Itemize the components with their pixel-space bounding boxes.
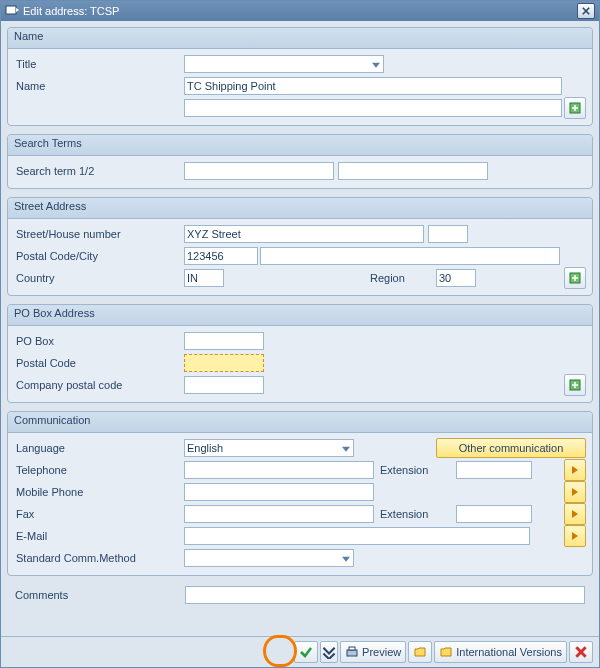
search-terms-group: Search Terms Search term 1/2: [7, 134, 593, 189]
country-label: Country: [14, 272, 184, 284]
city-input[interactable]: [260, 247, 560, 265]
title-label: Title: [14, 58, 184, 70]
std-comm-select[interactable]: [184, 549, 354, 567]
company-postal-input[interactable]: [184, 376, 264, 394]
preview-button[interactable]: Preview: [340, 641, 406, 663]
search-term1-input[interactable]: [184, 162, 334, 180]
street-input[interactable]: [184, 225, 424, 243]
svg-rect-4: [347, 650, 357, 656]
communication-header: Communication: [8, 412, 592, 433]
telephone-more-button[interactable]: [564, 459, 586, 481]
street-more-button[interactable]: [564, 267, 586, 289]
international-versions-button[interactable]: International Versions: [434, 641, 567, 663]
dialog-content: Name Title Name: [1, 21, 599, 636]
email-input[interactable]: [184, 527, 530, 545]
intl-versions-label: International Versions: [456, 646, 562, 658]
comments-input[interactable]: [185, 586, 585, 604]
name-group-header: Name: [8, 28, 592, 49]
fax-label: Fax: [14, 508, 184, 520]
fax-more-button[interactable]: [564, 503, 586, 525]
window-icon: [5, 4, 19, 18]
other-communication-button[interactable]: Other communication: [436, 438, 586, 458]
name-input[interactable]: [184, 77, 562, 95]
fax-input[interactable]: [184, 505, 374, 523]
tel-extension-input[interactable]: [456, 461, 532, 479]
postal-code-input[interactable]: [184, 247, 258, 265]
telephone-input[interactable]: [184, 461, 374, 479]
po-box-label: PO Box: [14, 335, 184, 347]
comments-row: Comments: [7, 584, 593, 606]
fax-extension-input[interactable]: [456, 505, 532, 523]
svg-rect-5: [349, 647, 355, 650]
fax-extension-label: Extension: [374, 508, 456, 520]
region-input[interactable]: [436, 269, 476, 287]
svg-rect-0: [6, 6, 16, 14]
telephone-label: Telephone: [14, 464, 184, 476]
communication-group: Communication Language English Other com…: [7, 411, 593, 576]
name2-input[interactable]: [184, 99, 562, 117]
po-postal-label: Postal Code: [14, 357, 184, 369]
language-label: Language: [14, 442, 184, 454]
po-box-header: PO Box Address: [8, 305, 592, 326]
accept-button[interactable]: [294, 641, 318, 663]
pobox-more-button[interactable]: [564, 374, 586, 396]
comments-label: Comments: [15, 589, 185, 601]
street-address-group: Street Address Street/House number Posta…: [7, 197, 593, 296]
house-number-input[interactable]: [428, 225, 468, 243]
name-label: Name: [14, 80, 184, 92]
search-term-label: Search term 1/2: [14, 165, 184, 177]
postal-city-label: Postal Code/City: [14, 250, 184, 262]
name-more-button[interactable]: [564, 97, 586, 119]
language-select[interactable]: English: [184, 439, 354, 457]
name-group: Name Title Name: [7, 27, 593, 126]
tel-extension-label: Extension: [374, 464, 456, 476]
search-term2-input[interactable]: [338, 162, 488, 180]
edit-address-dialog: Edit address: TCSP Name Title Name: [0, 0, 600, 668]
po-postal-input[interactable]: [184, 354, 264, 372]
window-title: Edit address: TCSP: [23, 5, 577, 17]
email-label: E-Mail: [14, 530, 184, 542]
folder1-button[interactable]: [408, 641, 432, 663]
dropdown-button[interactable]: [320, 641, 338, 663]
company-postal-label: Company postal code: [14, 379, 184, 391]
street-label: Street/House number: [14, 228, 184, 240]
region-label: Region: [364, 272, 436, 284]
search-terms-header: Search Terms: [8, 135, 592, 156]
close-button[interactable]: [577, 3, 595, 19]
country-input[interactable]: [184, 269, 224, 287]
mobile-more-button[interactable]: [564, 481, 586, 503]
mobile-label: Mobile Phone: [14, 486, 184, 498]
mobile-input[interactable]: [184, 483, 374, 501]
email-more-button[interactable]: [564, 525, 586, 547]
cancel-button[interactable]: [569, 641, 593, 663]
po-box-input[interactable]: [184, 332, 264, 350]
title-bar: Edit address: TCSP: [1, 1, 599, 21]
title-select[interactable]: [184, 55, 384, 73]
accept-highlight: [263, 635, 297, 667]
street-address-header: Street Address: [8, 198, 592, 219]
preview-label: Preview: [362, 646, 401, 658]
po-box-group: PO Box Address PO Box Postal Code Compan…: [7, 304, 593, 403]
std-comm-label: Standard Comm.Method: [14, 552, 184, 564]
dialog-footer: Preview International Versions: [1, 636, 599, 667]
